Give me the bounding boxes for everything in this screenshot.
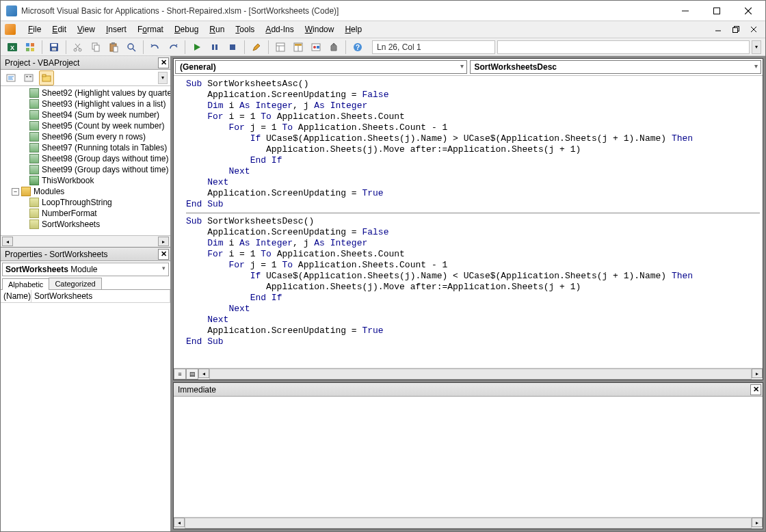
tree-sheet-item[interactable]: Sheet97 (Running totals in Tables) — [1, 142, 170, 153]
project-panel-header[interactable]: Project - VBAProject ✕ — [1, 56, 170, 70]
tab-alphabetic[interactable]: Alphabetic — [2, 278, 49, 290]
mdi-minimize-button[interactable] — [711, 23, 726, 36]
minimize-button[interactable] — [670, 1, 701, 21]
object-browser-button[interactable] — [308, 40, 323, 55]
object-dropdown[interactable]: (General) — [175, 60, 467, 74]
menu-format[interactable]: Format — [132, 23, 169, 36]
close-button[interactable] — [732, 1, 764, 21]
properties-tabs: Alphabetic Categorized — [1, 278, 170, 290]
svg-rect-11 — [26, 43, 29, 46]
scroll-right-icon[interactable]: ▸ — [752, 369, 763, 378]
menu-view[interactable]: View — [72, 23, 101, 36]
tree-sheet-item[interactable]: Sheet98 (Group days without time) — [1, 153, 170, 164]
redo-button[interactable] — [166, 40, 181, 55]
project-panel-title: Project - VBAProject — [5, 58, 79, 68]
paste-button[interactable] — [106, 40, 121, 55]
scroll-left-icon[interactable]: ◂ — [2, 237, 13, 246]
menu-addins[interactable]: Add-Ins — [260, 23, 299, 36]
project-toolbar-dropdown[interactable]: ▾ — [158, 72, 168, 84]
toolbar-dropdown[interactable]: ▾ — [752, 40, 761, 54]
separator — [42, 40, 42, 54]
code-hscroll[interactable]: ≡ ▤ ◂ ▸ — [174, 368, 763, 380]
svg-text:X: X — [10, 44, 14, 51]
cursor-position: Ln 26, Col 1 — [372, 40, 495, 54]
project-panel-close[interactable]: ✕ — [158, 57, 169, 68]
code-editor[interactable]: Sub SortWorksheetsAsc() Application.Scre… — [174, 75, 763, 368]
svg-marker-29 — [194, 44, 200, 51]
tree-sheet-item[interactable]: Sheet96 (Sum every n rows) — [1, 131, 170, 142]
tree-sheet-item[interactable]: Sheet93 (Highlight values in a list) — [1, 98, 170, 109]
cut-button[interactable] — [70, 40, 85, 55]
separator — [143, 40, 144, 54]
toolbox-button[interactable] — [326, 40, 341, 55]
menu-debug[interactable]: Debug — [169, 23, 204, 36]
toggle-folders-button[interactable] — [39, 70, 54, 85]
insert-object-button[interactable] — [23, 40, 38, 55]
worksheet-icon — [29, 121, 39, 131]
run-button[interactable] — [189, 40, 204, 55]
menu-window[interactable]: Window — [300, 23, 340, 36]
scroll-right-icon[interactable]: ▸ — [752, 518, 763, 527]
break-button[interactable] — [207, 40, 222, 55]
collapse-icon[interactable]: − — [12, 188, 19, 196]
tree-sheet-item[interactable]: Sheet92 (Highlight values by quarter) — [1, 88, 170, 98]
view-code-button[interactable] — [3, 70, 18, 85]
project-hscroll[interactable]: ◂ ▸ — [1, 235, 170, 247]
tree-sheet-item[interactable]: Sheet94 (Sum by week number) — [1, 109, 170, 120]
menu-edit[interactable]: Edit — [47, 23, 72, 36]
separator — [268, 40, 269, 54]
worksheet-icon — [29, 99, 39, 109]
find-button[interactable] — [124, 40, 139, 55]
tree-thisworkbook[interactable]: ThisWorkbook — [1, 175, 170, 186]
help-button[interactable]: ? — [350, 40, 365, 55]
reset-button[interactable] — [225, 40, 240, 55]
copy-button[interactable] — [88, 40, 103, 55]
mdi-close-button[interactable] — [746, 23, 761, 36]
menu-tools[interactable]: Tools — [230, 23, 260, 36]
properties-panel-header[interactable]: Properties - SortWorksheets ✕ — [1, 248, 170, 261]
menu-file[interactable]: File — [23, 23, 47, 36]
menu-insert[interactable]: Insert — [101, 23, 132, 36]
procedure-dropdown[interactable]: SortWorksheetsDesc — [470, 60, 762, 74]
save-button[interactable] — [47, 40, 62, 55]
tree-modules-folder[interactable]: −Modules — [1, 186, 170, 197]
immediate-input[interactable] — [174, 397, 763, 517]
tree-module-item[interactable]: LoopThroughString — [1, 197, 170, 208]
project-explorer-button[interactable] — [273, 40, 288, 55]
code-text[interactable]: Sub SortWorksheetsAsc() Application.Scre… — [174, 76, 763, 350]
worksheet-icon — [29, 165, 39, 174]
scroll-left-icon[interactable]: ◂ — [198, 369, 209, 378]
immediate-header[interactable]: Immediate ✕ — [174, 383, 763, 397]
maximize-button[interactable] — [701, 1, 732, 21]
view-object-button[interactable] — [21, 70, 36, 85]
undo-button[interactable] — [148, 40, 163, 55]
full-module-view-button[interactable]: ▤ — [186, 369, 198, 380]
worksheet-icon — [29, 154, 39, 163]
menu-run[interactable]: Run — [204, 23, 230, 36]
tab-categorized[interactable]: Categorized — [49, 278, 101, 289]
svg-rect-14 — [31, 48, 34, 51]
property-value[interactable]: SortWorksheets — [31, 290, 170, 303]
procedure-view-button[interactable]: ≡ — [174, 369, 186, 380]
tree-module-item[interactable]: SortWorksheets — [1, 219, 170, 230]
properties-grid[interactable]: (Name) SortWorksheets — [1, 290, 170, 531]
property-row[interactable]: (Name) SortWorksheets — [1, 290, 170, 303]
properties-panel-close[interactable]: ✕ — [158, 249, 169, 260]
properties-object-combo[interactable]: SortWorksheets Module ▾ — [2, 263, 169, 276]
tree-module-item[interactable]: NumberFormat — [1, 208, 170, 219]
tree-sheet-item[interactable]: Sheet95 (Count by week number) — [1, 120, 170, 131]
design-mode-button[interactable] — [249, 40, 264, 55]
project-tree[interactable]: Sheet92 (Highlight values by quarter) Sh… — [1, 86, 170, 235]
tree-sheet-item[interactable]: Sheet99 (Group days without time) — [1, 164, 170, 175]
view-excel-button[interactable]: X — [5, 40, 20, 55]
immediate-hscroll[interactable]: ◂ ▸ — [174, 517, 763, 529]
scroll-left-icon[interactable]: ◂ — [174, 518, 185, 527]
scroll-right-icon[interactable]: ▸ — [158, 237, 169, 246]
properties-window-button[interactable] — [291, 40, 306, 55]
immediate-window: Immediate ✕ ◂ ▸ — [173, 382, 763, 529]
mdi-restore-button[interactable] — [728, 23, 743, 36]
immediate-close[interactable]: ✕ — [750, 384, 761, 395]
folder-icon — [21, 187, 31, 196]
window-title: Microsoft Visual Basic for Applications … — [21, 6, 670, 16]
menu-help[interactable]: Help — [339, 23, 367, 36]
